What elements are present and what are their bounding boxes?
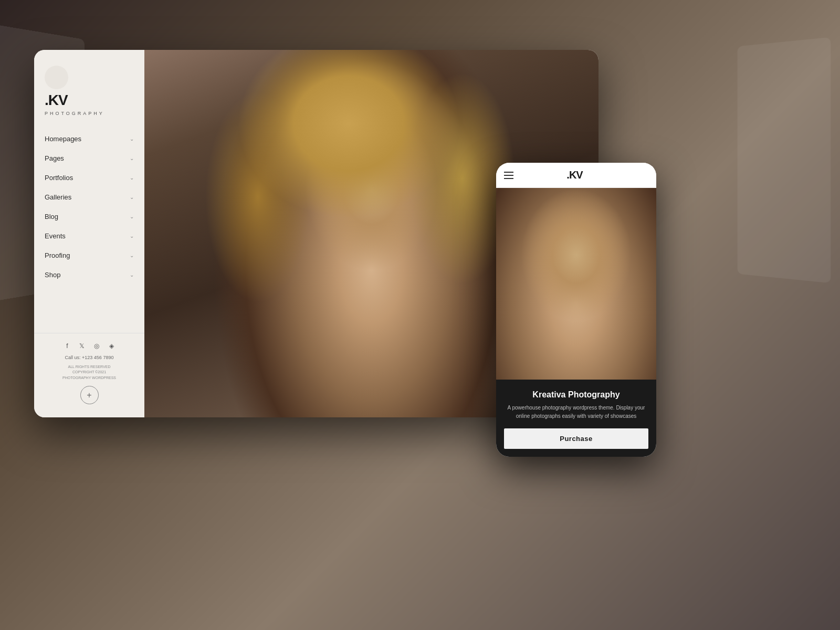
- chevron-down-icon: ⌄: [130, 136, 134, 142]
- nav-label-shop: Shop: [45, 271, 60, 279]
- facebook-icon[interactable]: f: [62, 341, 72, 351]
- logo-circle: [45, 66, 68, 89]
- nav-item-proofing[interactable]: Proofing ⌄: [34, 246, 144, 265]
- mobile-description: A powerhouse photography wordpress theme…: [504, 404, 648, 421]
- chevron-down-icon: ⌄: [130, 214, 134, 219]
- twitter-icon[interactable]: 𝕏: [77, 341, 87, 351]
- mobile-bottom-panel: Kreativa Photography A powerhouse photog…: [496, 380, 656, 457]
- logo-subtitle: PHOTOGRAPHY: [45, 111, 104, 116]
- nav-item-shop[interactable]: Shop ⌄: [34, 265, 144, 285]
- hamburger-menu-icon[interactable]: [504, 172, 513, 179]
- sidebar: .KV PHOTOGRAPHY Homepages ⌄ Pages ⌄ Port…: [34, 50, 144, 417]
- purchase-button[interactable]: Purchase: [504, 428, 648, 449]
- logo-text: .KV: [45, 92, 68, 109]
- nav-label-homepages: Homepages: [45, 135, 81, 143]
- nav-label-blog: Blog: [45, 213, 58, 220]
- nav-item-blog[interactable]: Blog ⌄: [34, 207, 144, 226]
- mobile-hero-image: [496, 188, 656, 380]
- instagram-icon[interactable]: ◎: [92, 341, 101, 351]
- nav-item-portfolios[interactable]: Portfolios ⌄: [34, 168, 144, 187]
- sidebar-nav: Homepages ⌄ Pages ⌄ Portfolios ⌄ Galleri…: [34, 129, 144, 333]
- nav-label-galleries: Galleries: [45, 193, 71, 201]
- chevron-down-icon: ⌄: [130, 253, 134, 258]
- copyright-text: ALL RIGHTS RESERVED COPYRIGHT ©2021 PHOT…: [45, 364, 134, 381]
- other-social-icon[interactable]: ◈: [107, 341, 116, 351]
- nav-item-homepages[interactable]: Homepages ⌄: [34, 129, 144, 149]
- mobile-mockup: .KV Kreativa Photography A powerhouse ph…: [496, 163, 656, 457]
- mobile-header: .KV: [496, 163, 656, 188]
- chevron-down-icon: ⌄: [130, 155, 134, 161]
- hamburger-line-3: [504, 178, 513, 179]
- add-button[interactable]: +: [80, 386, 99, 404]
- nav-label-pages: Pages: [45, 154, 64, 162]
- nav-item-galleries[interactable]: Galleries ⌄: [34, 187, 144, 207]
- mobile-title: Kreativa Photography: [504, 390, 648, 400]
- mobile-logo: .KV: [566, 169, 582, 181]
- hamburger-line-2: [504, 175, 513, 176]
- chevron-down-icon: ⌄: [130, 194, 134, 200]
- bg-screen-right: [738, 37, 831, 283]
- nav-label-portfolios: Portfolios: [45, 174, 73, 182]
- chevron-down-icon: ⌄: [130, 175, 134, 181]
- sidebar-footer: f 𝕏 ◎ ◈ Call us: +123 456 7890 ALL RIGHT…: [34, 333, 144, 418]
- chevron-down-icon: ⌄: [130, 272, 134, 278]
- nav-item-events[interactable]: Events ⌄: [34, 226, 144, 246]
- nav-item-pages[interactable]: Pages ⌄: [34, 149, 144, 168]
- sidebar-logo: .KV PHOTOGRAPHY: [34, 50, 144, 121]
- nav-label-events: Events: [45, 232, 66, 240]
- mobile-hero-photo: [496, 188, 656, 380]
- phone-number: Call us: +123 456 7890: [45, 355, 134, 360]
- nav-label-proofing: Proofing: [45, 251, 70, 259]
- social-icons: f 𝕏 ◎ ◈: [45, 341, 134, 351]
- chevron-down-icon: ⌄: [130, 233, 134, 239]
- hamburger-line-1: [504, 172, 513, 173]
